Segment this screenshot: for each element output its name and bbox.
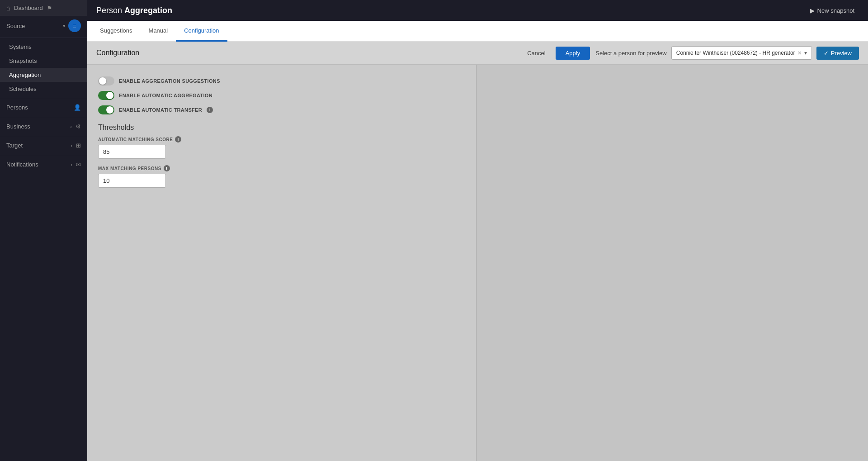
toggle-thumb-2: [106, 92, 113, 99]
thresholds-title: Thresholds: [98, 124, 465, 132]
persons-label: Persons: [6, 104, 70, 111]
business-gear-icon: ⚙: [75, 123, 81, 130]
source-circle-icon: ≡: [68, 19, 81, 32]
toggle-automatic-transfer-row: ENABLE AUTOMATIC TRANSFER i: [98, 103, 465, 117]
source-label: Source: [6, 23, 60, 29]
sidebar-item-dashboard[interactable]: ⌂ Dashboard ⚑: [0, 0, 87, 16]
sidebar-item-notifications[interactable]: Notifications ‹ ✉: [0, 157, 87, 172]
notifications-mail-icon: ✉: [76, 161, 81, 168]
field-label-matching-score: AUTOMATIC MATCHING SCORE i: [98, 136, 465, 143]
persons-icon: 👤: [74, 104, 81, 111]
left-config-panel: ENABLE AGGREGATION SUGGESTIONS ENABLE AU…: [87, 65, 476, 461]
content-split: ENABLE AGGREGATION SUGGESTIONS ENABLE AU…: [87, 65, 868, 461]
circle-icon-symbol: ≡: [73, 23, 76, 29]
sidebar-item-schedules[interactable]: Schedules: [0, 82, 87, 96]
toggle-aggregation-suggestions-row: ENABLE AGGREGATION SUGGESTIONS: [98, 74, 465, 88]
matching-score-info-icon[interactable]: i: [175, 136, 181, 143]
config-header: Configuration Cancel Apply Select a pers…: [87, 42, 868, 65]
page-title: Person Aggregation: [96, 6, 172, 15]
snapshots-label: Snapshots: [9, 57, 37, 64]
sidebar-item-systems[interactable]: Systems: [0, 40, 87, 54]
toggle-label-automatic-transfer: ENABLE AUTOMATIC TRANSFER: [119, 107, 202, 113]
config-actions: Cancel Apply Select a person for preview…: [523, 46, 859, 60]
field-label-max-persons: MAX MATCHING PERSONS i: [98, 165, 465, 171]
preview-button[interactable]: ✓ Preview: [816, 47, 859, 60]
toggle-automatic-transfer[interactable]: [98, 105, 114, 114]
toggle-thumb-1: [99, 77, 106, 85]
sidebar: ⌂ Dashboard ⚑ Source ▾ ≡ Systems Snapsho…: [0, 0, 87, 461]
sidebar-source-row[interactable]: Source ▾ ≡: [0, 16, 87, 36]
new-snapshot-button[interactable]: ▶ New snapshot: [806, 5, 859, 17]
tab-manual[interactable]: Manual: [141, 21, 176, 42]
target-grid-icon: ⊞: [76, 142, 81, 149]
page-title-normal: Person: [96, 6, 124, 15]
apply-button[interactable]: Apply: [556, 47, 590, 60]
preview-section: Select a person for preview Connie ter W…: [595, 46, 859, 60]
person-select-chevron-icon: ▾: [804, 50, 807, 56]
max-persons-input[interactable]: [98, 174, 166, 188]
tab-suggestions[interactable]: Suggestions: [92, 21, 141, 42]
main-area: Person Aggregation ▶ New snapshot Sugges…: [87, 0, 868, 461]
sidebar-divider-1: [0, 38, 87, 38]
toggle-track-on-3: [98, 105, 114, 114]
toggle-label-automatic-aggregation: ENABLE AUTOMATIC AGGREGATION: [119, 93, 212, 98]
sidebar-item-snapshots[interactable]: Snapshots: [0, 54, 87, 68]
preview-check-icon: ✓: [824, 50, 829, 57]
dashboard-right-icon: ⚑: [47, 5, 52, 12]
config-title: Configuration: [96, 49, 139, 57]
sidebar-item-target[interactable]: Target ‹ ⊞: [0, 138, 87, 153]
target-label: Target: [6, 142, 67, 149]
page-title-bold: Aggregation: [124, 6, 172, 15]
target-chevron-icon: ‹: [71, 143, 72, 148]
aggregation-label: Aggregation: [9, 71, 41, 78]
sidebar-divider-2: [0, 98, 87, 98]
sidebar-item-label: Dashboard: [14, 5, 43, 11]
matching-score-input[interactable]: [98, 145, 166, 159]
play-icon: ▶: [810, 7, 815, 14]
systems-label: Systems: [9, 43, 32, 50]
sidebar-divider-5: [0, 155, 87, 155]
toggle-aggregation-suggestions[interactable]: [98, 76, 114, 86]
toggle-thumb-3: [106, 106, 113, 114]
person-select-dropdown[interactable]: Connie ter Wintheiser (00248672) - HR ge…: [671, 46, 812, 60]
dashboard-icon: ⌂: [6, 4, 10, 12]
toggle-automatic-aggregation-row: ENABLE AUTOMATIC AGGREGATION: [98, 88, 465, 103]
new-snapshot-label: New snapshot: [817, 7, 854, 14]
toggle-track-on-2: [98, 91, 114, 100]
topbar: Person Aggregation ▶ New snapshot: [87, 0, 868, 21]
tab-configuration[interactable]: Configuration: [176, 21, 227, 42]
config-body: ENABLE AGGREGATION SUGGESTIONS ENABLE AU…: [87, 65, 476, 203]
business-label: Business: [6, 123, 66, 130]
preview-label: Select a person for preview: [595, 50, 667, 57]
toggle-label-aggregation-suggestions: ENABLE AGGREGATION SUGGESTIONS: [119, 78, 220, 84]
notifications-label: Notifications: [6, 161, 67, 168]
automatic-transfer-info-icon[interactable]: i: [207, 107, 213, 113]
tab-bar: Suggestions Manual Configuration: [87, 21, 868, 42]
sidebar-divider-4: [0, 136, 87, 136]
cancel-button[interactable]: Cancel: [523, 47, 550, 59]
right-empty-panel: [476, 65, 868, 461]
field-max-matching-persons: MAX MATCHING PERSONS i: [98, 165, 465, 188]
max-persons-info-icon[interactable]: i: [164, 165, 170, 171]
source-chevron-icon: ▾: [63, 23, 66, 29]
schedules-label: Schedules: [9, 86, 37, 92]
toggle-track-off-1: [98, 76, 114, 86]
sidebar-divider-3: [0, 117, 87, 117]
person-select-value: Connie ter Wintheiser (00248672) - HR ge…: [676, 50, 795, 56]
toggle-automatic-aggregation[interactable]: [98, 91, 114, 100]
preview-btn-label: Preview: [831, 50, 852, 57]
person-select-clear-icon[interactable]: ×: [798, 49, 802, 57]
business-chevron-icon: ‹: [70, 124, 72, 129]
sidebar-item-persons[interactable]: Persons 👤: [0, 100, 87, 115]
sidebar-item-business[interactable]: Business ‹ ⚙: [0, 119, 87, 134]
field-automatic-matching-score: AUTOMATIC MATCHING SCORE i: [98, 136, 465, 159]
notifications-chevron-icon: ‹: [71, 162, 72, 167]
sidebar-item-aggregation[interactable]: Aggregation: [0, 68, 87, 82]
